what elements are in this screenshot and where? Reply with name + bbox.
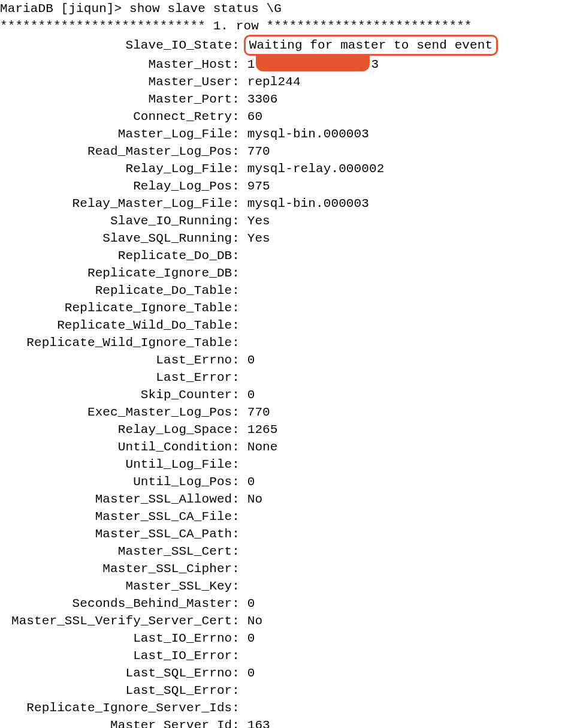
field-label: Master_SSL_Verify_Server_Cert: [0, 612, 240, 630]
status-row: Master_Server_Id: 163 [0, 718, 270, 728]
status-row: Master_SSL_Verify_Server_Cert: No [0, 614, 262, 628]
field-value: 770 [247, 404, 270, 421]
terminal-output: MariaDB [jiqun]> show slave status \G **… [0, 0, 574, 728]
field-label: Master_SSL_CA_File: [0, 508, 240, 525]
status-row: Replicate_Wild_Ignore_Table: [0, 336, 247, 350]
field-label: Replicate_Do_Table: [0, 282, 240, 299]
field-label: Master_SSL_Cert: [0, 543, 240, 560]
field-value: 163 [247, 717, 270, 728]
field-label: Master_Log_File: [0, 125, 240, 143]
status-row: Replicate_Ignore_Server_Ids: [0, 701, 247, 715]
field-label: Relay_Log_File: [0, 160, 240, 178]
field-value: 975 [247, 178, 270, 195]
field-value: 770 [247, 143, 270, 160]
field-label: Replicate_Do_DB: [0, 247, 240, 264]
field-value: 3306 [247, 91, 278, 108]
field-label: Replicate_Ignore_DB: [0, 264, 240, 282]
field-label: Master_SSL_Allowed: [0, 491, 240, 508]
field-value: 0 [247, 630, 255, 647]
field-label: Last_Errno: [0, 351, 240, 369]
field-value: repl244 [247, 73, 301, 91]
status-row: Master_SSL_CA_File: [0, 510, 247, 524]
status-row: Last_Errno: 0 [0, 353, 255, 367]
status-row: Master_Log_File: mysql-bin.000003 [0, 127, 369, 141]
field-label: Slave_IO_Running: [0, 212, 240, 230]
field-label: Exec_Master_Log_Pos: [0, 404, 240, 421]
field-value: mysql-relay.000002 [247, 160, 385, 178]
field-value: 0 [247, 664, 255, 682]
field-value: 0 [247, 595, 255, 612]
field-label: Relay_Master_Log_File: [0, 195, 240, 212]
status-row: Master_SSL_Cipher: [0, 562, 247, 576]
status-row: Last_IO_Errno: 0 [0, 631, 255, 645]
redaction-box [256, 56, 370, 71]
status-row: Master_SSL_Allowed: No [0, 492, 262, 506]
field-label: Slave_SQL_Running: [0, 230, 240, 247]
status-row: Relay_Log_Space: 1265 [0, 423, 278, 437]
status-row: Connect_Retry: 60 [0, 110, 262, 124]
field-label: Until_Condition: [0, 438, 240, 456]
status-row: Until_Log_File: [0, 458, 247, 471]
field-label: Master_SSL_CA_Path: [0, 525, 240, 543]
status-row: Master_SSL_CA_Path: [0, 527, 247, 541]
field-value: None [247, 438, 278, 456]
status-row: Until_Log_Pos: 0 [0, 475, 255, 489]
status-row: Replicate_Do_DB: [0, 249, 247, 263]
field-label: Last_SQL_Errno: [0, 664, 240, 682]
status-row: Slave_SQL_Running: Yes [0, 231, 270, 245]
slave-io-state-value: Waiting for master to send event [244, 35, 498, 56]
field-label: Replicate_Wild_Do_Table: [0, 317, 240, 334]
status-row: Seconds_Behind_Master: 0 [0, 597, 255, 610]
status-row: Master_User: repl244 [0, 75, 301, 89]
field-label: Replicate_Wild_Ignore_Table: [0, 334, 240, 351]
status-row: Last_Error: [0, 371, 247, 384]
status-row: Until_Condition: None [0, 440, 278, 454]
prompt-line: MariaDB [jiqun]> show slave status \G [0, 2, 282, 16]
status-row: Master_Host: 13 [0, 58, 379, 71]
field-label: Master_Port: [0, 91, 240, 108]
field-label: Master_Server_Id: [0, 717, 240, 728]
field-value: 0 [247, 351, 255, 369]
status-row: Relay_Master_Log_File: mysql-bin.000003 [0, 197, 369, 210]
field-value: No [247, 491, 262, 508]
field-label: Last_Error: [0, 369, 240, 386]
field-label: Relay_Log_Space: [0, 421, 240, 438]
status-row: Read_Master_Log_Pos: 770 [0, 145, 270, 158]
master-host-value: 13 [247, 56, 379, 73]
field-label: Slave_IO_State: [0, 37, 240, 54]
field-label: Until_Log_Pos: [0, 473, 240, 491]
field-label: Skip_Counter: [0, 386, 240, 404]
field-value: 0 [247, 386, 255, 404]
field-value: mysql-bin.000003 [247, 125, 369, 143]
divider-line: *************************** 1. row *****… [0, 19, 472, 33]
field-label: Last_IO_Error: [0, 647, 240, 664]
field-label: Seconds_Behind_Master: [0, 595, 240, 612]
status-row: Slave_IO_Running: Yes [0, 214, 270, 228]
status-row: Relay_Log_File: mysql-relay.000002 [0, 162, 384, 176]
field-value: No [247, 612, 262, 630]
field-value: Yes [247, 212, 270, 230]
status-row: Relay_Log_Pos: 975 [0, 179, 270, 193]
status-row: Exec_Master_Log_Pos: 770 [0, 405, 270, 419]
field-label: Relay_Log_Pos: [0, 178, 240, 195]
field-label: Master_SSL_Cipher: [0, 560, 240, 577]
status-row: Master_SSL_Cert: [0, 545, 247, 558]
field-value: 60 [247, 108, 262, 125]
field-value: 0 [247, 473, 255, 491]
status-row: Replicate_Do_Table: [0, 284, 247, 297]
field-label: Last_IO_Errno: [0, 630, 240, 647]
field-label: Master_SSL_Key: [0, 577, 240, 595]
field-label: Until_Log_File: [0, 456, 240, 473]
status-row: Replicate_Ignore_Table: [0, 301, 247, 315]
status-row: Last_SQL_Errno: 0 [0, 666, 255, 680]
status-row: Skip_Counter: 0 [0, 388, 255, 402]
field-label: Read_Master_Log_Pos: [0, 143, 240, 160]
status-row: Master_SSL_Key: [0, 579, 247, 593]
status-row: Last_IO_Error: [0, 649, 247, 663]
status-row: Last_SQL_Error: [0, 684, 247, 697]
field-value: 1265 [247, 421, 278, 438]
field-label: Last_SQL_Error: [0, 682, 240, 699]
field-value: Yes [247, 230, 270, 247]
field-label: Replicate_Ignore_Server_Ids: [0, 699, 240, 717]
field-label: Replicate_Ignore_Table: [0, 299, 240, 317]
